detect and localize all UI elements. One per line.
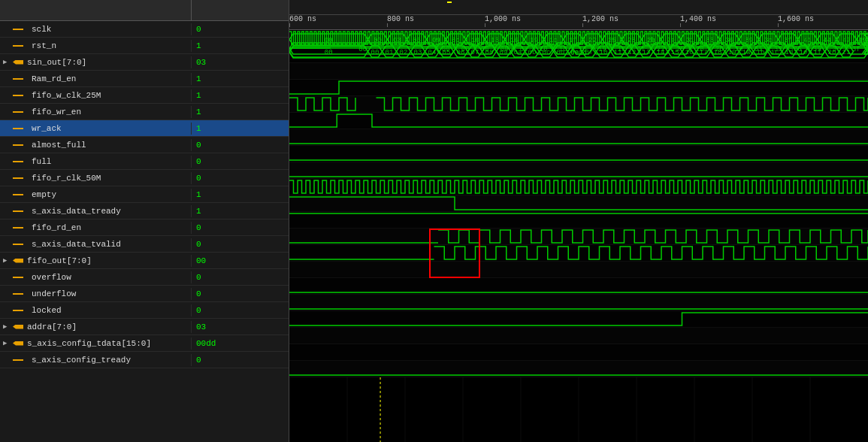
signal-name-fifo_out: ▶fifo_out[7:0] [0,255,192,267]
signal-name-locked: locked [0,304,192,316]
signal-label-rst_n: rst_n [32,41,56,50]
signal-name-s_axis_data_tready: s_axis_data_tready [0,205,192,217]
signal-row-fifo_out[interactable]: ▶fifo_out[7:0]00 [0,253,289,269]
signal-label-ram_rd_en: Ram_rd_en [32,74,76,83]
waveform-area[interactable] [289,30,868,442]
signal-value-sclk: 0 [192,23,282,35]
signal-label-s_axis_config_tready: s_axis_config_tready [32,356,131,365]
signal-name-almost_full: almost_full [0,139,192,151]
wire-icon-wr_ack [13,125,23,132]
signal-name-ram_rd_en: Ram_rd_en [0,73,192,85]
expand-icon-s_axis_config_tdata[interactable]: ▶ [3,339,11,347]
signal-row-fifo_w_clk_25m[interactable]: fifo_w_clk_25M1 [0,87,289,104]
signal-name-addra: ▶addra[7:0] [0,321,192,333]
signal-value-almost_full: 0 [192,139,282,151]
signal-row-full[interactable]: full0 [0,153,289,170]
signal-row-sclk[interactable]: sclk0 [0,21,289,38]
bus-icon-fifo_out [13,257,23,265]
signal-row-s_axis_data_tvalid[interactable]: s_axis_data_tvalid0 [0,236,289,253]
signal-value-rst_n: 1 [192,40,282,52]
signal-row-overflow[interactable]: overflow0 [0,269,289,286]
signal-row-almost_full[interactable]: almost_full0 [0,137,289,153]
signal-row-wr_ack[interactable]: wr_ack1 [0,120,289,137]
signal-row-sin_out[interactable]: ▶sin_out[7:0]03 [0,54,289,71]
column-header [0,0,289,21]
name-column-header [0,0,192,20]
signal-label-underflow: underflow [32,289,76,298]
time-tick: 1,000 ns [485,15,521,23]
signal-name-rst_n: rst_n [0,40,192,52]
signal-value-s_axis_data_tready: 1 [192,205,282,217]
signal-value-addra: 03 [192,321,282,333]
signal-label-almost_full: almost_full [32,141,86,150]
signal-name-full: full [0,156,192,168]
signal-label-sin_out: sin_out[7:0] [27,58,86,67]
signal-name-underflow: underflow [0,288,192,300]
time-tick: 1,200 ns [582,15,618,23]
wire-icon-overflow [13,274,23,281]
signal-name-s_axis_config_tdata: ▶s_axis_config_tdata[15:0] [0,338,192,350]
signal-row-ram_rd_en[interactable]: Ram_rd_en1 [0,71,289,87]
signal-value-fifo_rd_en: 0 [192,222,282,234]
wire-icon-fifo_rd_en [13,224,23,232]
signal-label-s_axis_config_tdata: s_axis_config_tdata[15:0] [27,339,151,348]
signal-name-s_axis_data_tvalid: s_axis_data_tvalid [0,238,192,250]
signal-value-ram_rd_en: 1 [192,73,282,85]
signal-row-addra[interactable]: ▶addra[7:0]03 [0,319,289,335]
signal-list[interactable]: sclk0rst_n1▶sin_out[7:0]03Ram_rd_en1fifo… [0,21,289,442]
signal-row-empty[interactable]: empty1 [0,186,289,203]
expand-icon-fifo_out[interactable]: ▶ [3,256,11,265]
signal-label-fifo_wr_en: fifo_wr_en [32,107,81,117]
signal-row-fifo_rd_en[interactable]: fifo_rd_en0 [0,219,289,236]
signal-name-wr_ack: wr_ack [0,123,192,135]
signal-label-wr_ack: wr_ack [32,124,62,133]
signal-label-empty: empty [32,190,56,199]
signal-label-locked: locked [32,306,62,315]
main-container: sclk0rst_n1▶sin_out[7:0]03Ram_rd_en1fifo… [0,0,868,442]
signal-name-s_axis_config_tready: s_axis_config_tready [0,354,192,366]
signal-row-rst_n[interactable]: rst_n1 [0,38,289,54]
signal-label-s_axis_data_tready: s_axis_data_tready [32,207,121,216]
expand-icon-sin_out[interactable]: ▶ [3,58,11,66]
time-tick: 600 ns [289,15,316,23]
signal-name-sclk: sclk [0,23,192,35]
signal-value-locked: 0 [192,304,282,316]
signal-row-s_axis_data_tready[interactable]: s_axis_data_tready1 [0,203,289,219]
time-marker-bar [289,0,868,15]
right-panel: 600 ns800 ns1,000 ns1,200 ns1,400 ns1,60… [289,0,868,442]
time-tick: 800 ns [387,15,414,23]
signal-label-fifo_rd_en: fifo_rd_en [32,223,81,232]
signal-row-fifo_wr_en[interactable]: fifo_wr_en1 [0,104,289,120]
signal-name-empty: empty [0,189,192,201]
wire-icon-ram_rd_en [13,75,23,83]
value-column-header [192,0,282,20]
signal-value-sin_out: 03 [192,56,282,68]
left-panel: sclk0rst_n1▶sin_out[7:0]03Ram_rd_en1fifo… [0,0,289,442]
signal-row-s_axis_config_tdata[interactable]: ▶s_axis_config_tdata[15:0]00dd [0,335,289,352]
wire-icon-s_axis_data_tready [13,207,23,215]
bus-icon-sin_out [13,59,23,66]
waveform-canvas [289,30,868,442]
signal-row-s_axis_config_tready[interactable]: s_axis_config_tready0 [0,352,289,368]
signal-value-fifo_out: 00 [192,255,282,267]
bus-icon-addra [13,323,23,331]
expand-icon-addra[interactable]: ▶ [3,322,11,331]
signal-row-underflow[interactable]: underflow0 [0,286,289,302]
signal-row-locked[interactable]: locked0 [0,302,289,319]
signal-name-sin_out: ▶sin_out[7:0] [0,56,192,68]
signal-name-fifo_wr_en: fifo_wr_en [0,106,192,118]
time-cursor-label [447,2,452,3]
time-tick: 1,400 ns [680,15,716,23]
wire-icon-fifo_wr_en [13,108,23,116]
signal-value-wr_ack: 1 [192,123,282,135]
wire-icon-fifo_w_clk_25m [13,92,23,99]
signal-row-fifo_r_clk_50m[interactable]: fifo_r_clk_50M0 [0,170,289,186]
signal-value-overflow: 0 [192,271,282,283]
wire-icon-full [13,158,23,165]
wire-icon-s_axis_data_tvalid [13,241,23,248]
signal-label-s_axis_data_tvalid: s_axis_data_tvalid [32,240,121,249]
signal-value-s_axis_config_tready: 0 [192,354,282,366]
wire-icon-locked [13,307,23,314]
signal-name-overflow: overflow [0,271,192,283]
wire-icon-underflow [13,290,23,298]
